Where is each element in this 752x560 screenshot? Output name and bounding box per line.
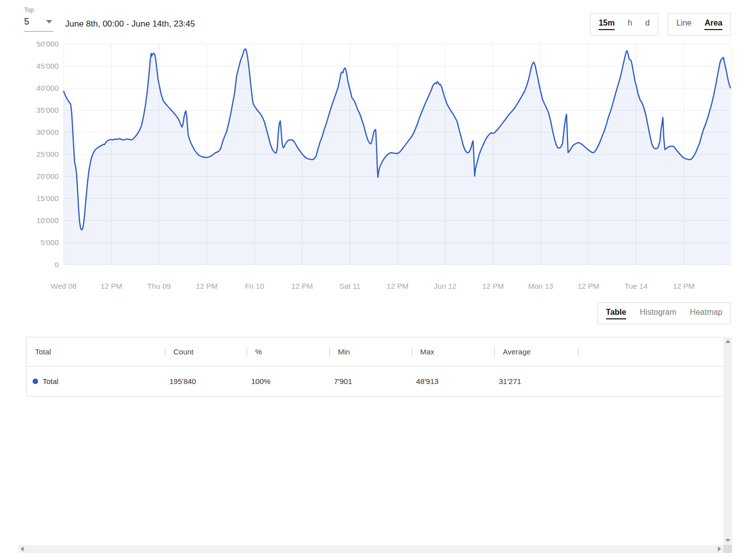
row-max-cell: 48'913	[412, 366, 494, 396]
column-header-max: Max	[412, 337, 494, 366]
column-header-total: Total	[27, 337, 165, 366]
row-label: Total	[43, 377, 59, 386]
x-tick-label: 12 PM	[565, 282, 613, 291]
stats-table-panel: Total Count % Min Max Average Total 195'…	[18, 337, 732, 553]
x-tick-label: 12 PM	[278, 282, 326, 291]
row-percent-cell: 100%	[247, 366, 329, 396]
row-count-cell: 195'840	[165, 366, 247, 396]
table-row[interactable]: Total 195'840 100% 7'901 48'913 31'271	[27, 366, 723, 397]
tab-heatmap[interactable]: Heatmap	[690, 308, 722, 319]
y-tick-label: 45'000	[0, 62, 59, 71]
scroll-down-icon[interactable]	[725, 539, 730, 542]
scroll-left-icon[interactable]	[21, 546, 24, 551]
y-tick-label: 25'000	[0, 150, 59, 159]
x-tick-label: 12 PM	[182, 282, 231, 291]
row-average-cell: 31'271	[494, 366, 578, 396]
series-color-dot	[33, 379, 38, 384]
horizontal-scrollbar[interactable]	[18, 545, 723, 553]
x-tick-label: 12 PM	[469, 282, 517, 291]
y-tick-label: 10'000	[0, 216, 59, 225]
x-tick-label: 12 PM	[87, 282, 135, 291]
row-label-cell: Total	[27, 366, 165, 396]
x-tick-label: Sat 11	[326, 282, 374, 291]
y-tick-label: 15'000	[0, 194, 59, 203]
y-tick-label: 5'000	[0, 238, 59, 247]
x-tick-label: Fri 10	[231, 282, 279, 291]
x-tick-label: Thu 09	[135, 282, 183, 291]
y-tick-label: 30'000	[0, 128, 59, 137]
x-tick-label: Jun 12	[421, 282, 469, 291]
tab-histogram[interactable]: Histogram	[640, 308, 676, 319]
scroll-up-icon[interactable]	[725, 340, 730, 343]
column-header-spacer	[578, 337, 723, 366]
table-header-row: Total Count % Min Max Average	[27, 337, 723, 366]
chart-svg	[0, 0, 752, 301]
column-header-percent: %	[247, 337, 329, 366]
x-tick-label: Mon 13	[516, 282, 565, 291]
vertical-scrollbar[interactable]	[723, 337, 732, 545]
x-tick-label: Tue 14	[612, 282, 660, 291]
y-tick-label: 35'000	[0, 106, 59, 115]
row-spacer-cell	[578, 366, 723, 396]
y-tick-label: 50'000	[0, 40, 59, 49]
column-header-count: Count	[165, 337, 247, 366]
column-header-average: Average	[494, 337, 578, 366]
tab-table[interactable]: Table	[606, 308, 627, 319]
y-tick-label: 20'000	[0, 172, 59, 181]
x-tick-label: 12 PM	[660, 282, 708, 291]
x-tick-label: Wed 08	[40, 282, 88, 291]
column-header-min: Min	[329, 337, 412, 366]
view-tabs: Table Histogram Heatmap	[598, 302, 731, 324]
y-tick-label: 0	[0, 260, 59, 269]
scrollbar-corner	[723, 545, 732, 553]
stats-table: Total Count % Min Max Average Total 195'…	[26, 337, 723, 397]
row-min-cell: 7'901	[329, 366, 412, 396]
y-tick-label: 40'000	[0, 84, 59, 93]
scroll-right-icon[interactable]	[718, 546, 721, 551]
x-tick-label: 12 PM	[373, 282, 422, 291]
